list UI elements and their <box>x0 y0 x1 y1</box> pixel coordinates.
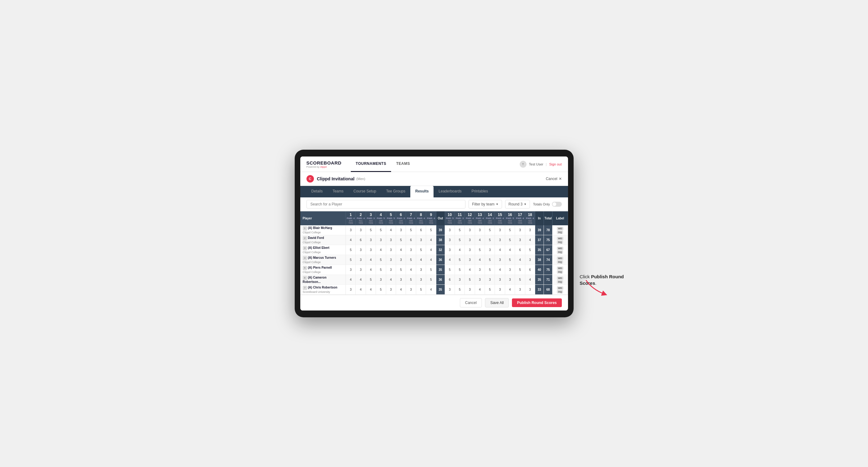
score-hole-17[interactable]: 6 <box>515 245 525 255</box>
totals-toggle-switch[interactable] <box>552 202 562 207</box>
score-hole-7[interactable]: 3 <box>406 285 416 295</box>
score-hole-15[interactable]: 3 <box>495 225 505 235</box>
tab-details[interactable]: Details <box>307 186 328 197</box>
wd-button[interactable]: WD <box>557 286 563 290</box>
tab-course-setup[interactable]: Course Setup <box>349 186 381 197</box>
dq-button[interactable]: DQ <box>557 241 563 244</box>
save-all-button[interactable]: Save All <box>485 298 509 307</box>
sign-out-link[interactable]: Sign out <box>549 162 561 166</box>
wd-button[interactable]: WD <box>557 267 563 270</box>
wd-button[interactable]: WD <box>557 237 563 240</box>
score-hole-1[interactable]: 4 <box>346 275 356 285</box>
round-select[interactable]: Round 3 ▼ <box>505 200 530 209</box>
score-hole-4[interactable]: 5 <box>376 285 386 295</box>
score-hole-16[interactable]: 3 <box>505 265 515 275</box>
score-hole-10[interactable]: 3 <box>445 225 455 235</box>
score-hole-12[interactable]: 3 <box>465 245 475 255</box>
nav-teams[interactable]: TEAMS <box>391 156 415 172</box>
score-hole-16[interactable]: 4 <box>505 245 515 255</box>
score-hole-9[interactable]: 4 <box>426 285 436 295</box>
score-hole-8[interactable]: 6 <box>416 225 426 235</box>
score-hole-13[interactable]: 4 <box>475 235 485 245</box>
score-hole-1[interactable]: 5 <box>346 245 356 255</box>
score-hole-13[interactable]: 3 <box>475 275 485 285</box>
score-hole-8[interactable]: 3 <box>416 275 426 285</box>
score-hole-4[interactable]: 3 <box>376 275 386 285</box>
dq-button[interactable]: DQ <box>557 250 563 254</box>
score-hole-17[interactable]: 5 <box>515 275 525 285</box>
score-hole-6[interactable]: 4 <box>396 245 406 255</box>
score-hole-3[interactable]: 5 <box>366 225 376 235</box>
score-hole-5[interactable]: 3 <box>386 245 396 255</box>
score-hole-8[interactable]: 3 <box>416 235 426 245</box>
score-hole-12[interactable]: 4 <box>465 265 475 275</box>
score-hole-14[interactable]: 5 <box>485 265 495 275</box>
publish-round-scores-button[interactable]: Publish Round Scores <box>512 299 561 307</box>
score-hole-9[interactable]: 4 <box>426 255 436 265</box>
score-hole-11[interactable]: 5 <box>455 255 465 265</box>
score-hole-13[interactable]: 4 <box>475 255 485 265</box>
dq-button[interactable]: DQ <box>557 280 563 284</box>
score-hole-14[interactable]: 5 <box>485 225 495 235</box>
score-hole-7[interactable]: 5 <box>406 225 416 235</box>
score-hole-5[interactable]: 3 <box>386 235 396 245</box>
nav-tournaments[interactable]: TOURNAMENTS <box>351 156 392 172</box>
score-hole-16[interactable]: 5 <box>505 255 515 265</box>
tab-printables[interactable]: Printables <box>466 186 493 197</box>
score-hole-9[interactable]: 4 <box>426 235 436 245</box>
score-hole-11[interactable]: 4 <box>455 245 465 255</box>
score-hole-18[interactable]: 6 <box>525 265 535 275</box>
score-hole-2[interactable]: 3 <box>356 265 366 275</box>
score-hole-3[interactable]: 4 <box>366 265 376 275</box>
score-hole-4[interactable]: 3 <box>376 235 386 245</box>
score-hole-2[interactable]: 6 <box>356 235 366 245</box>
score-hole-18[interactable]: 3 <box>525 255 535 265</box>
score-hole-18[interactable]: 4 <box>525 235 535 245</box>
score-hole-17[interactable]: 3 <box>515 225 525 235</box>
score-hole-5[interactable]: 3 <box>386 285 396 295</box>
score-hole-2[interactable]: 3 <box>356 225 366 235</box>
score-hole-14[interactable]: 3 <box>485 275 495 285</box>
score-hole-15[interactable]: 3 <box>495 235 505 245</box>
score-hole-8[interactable]: 5 <box>416 245 426 255</box>
score-hole-9[interactable]: 5 <box>426 265 436 275</box>
score-hole-3[interactable]: 4 <box>366 285 376 295</box>
score-hole-2[interactable]: 4 <box>356 285 366 295</box>
score-hole-14[interactable]: 5 <box>485 285 495 295</box>
score-hole-11[interactable]: 5 <box>455 235 465 245</box>
score-hole-3[interactable]: 3 <box>366 235 376 245</box>
score-hole-9[interactable]: 4 <box>426 245 436 255</box>
score-hole-17[interactable]: 4 <box>515 255 525 265</box>
wd-button[interactable]: WD <box>557 276 563 280</box>
score-hole-3[interactable]: 5 <box>366 275 376 285</box>
wd-button[interactable]: WD <box>557 257 563 260</box>
score-hole-5[interactable]: 3 <box>386 265 396 275</box>
score-hole-18[interactable]: 3 <box>525 225 535 235</box>
score-hole-10[interactable]: 4 <box>445 255 455 265</box>
score-hole-4[interactable]: 5 <box>376 225 386 235</box>
score-hole-4[interactable]: 5 <box>376 265 386 275</box>
score-hole-9[interactable]: 5 <box>426 275 436 285</box>
dq-button[interactable]: DQ <box>557 230 563 234</box>
score-hole-18[interactable]: 4 <box>525 275 535 285</box>
score-hole-18[interactable]: 3 <box>525 285 535 295</box>
score-hole-11[interactable]: 5 <box>455 265 465 275</box>
score-hole-15[interactable]: 3 <box>495 275 505 285</box>
score-hole-14[interactable]: 3 <box>485 245 495 255</box>
score-hole-7[interactable]: 4 <box>406 265 416 275</box>
score-hole-14[interactable]: 5 <box>485 235 495 245</box>
score-hole-13[interactable]: 3 <box>475 265 485 275</box>
score-hole-11[interactable]: 5 <box>455 225 465 235</box>
cancel-button[interactable]: Cancel ✕ <box>546 177 561 181</box>
score-hole-11[interactable]: 3 <box>455 275 465 285</box>
score-hole-6[interactable]: 4 <box>396 285 406 295</box>
filter-by-team-select[interactable]: Filter by team ▼ <box>469 200 502 209</box>
score-hole-6[interactable]: 5 <box>396 265 406 275</box>
score-hole-1[interactable]: 3 <box>346 225 356 235</box>
score-hole-13[interactable]: 5 <box>475 245 485 255</box>
score-hole-6[interactable]: 3 <box>396 225 406 235</box>
score-hole-12[interactable]: 5 <box>465 275 475 285</box>
search-input[interactable] <box>307 200 466 209</box>
score-hole-12[interactable]: 3 <box>465 225 475 235</box>
score-hole-16[interactable]: 5 <box>505 225 515 235</box>
